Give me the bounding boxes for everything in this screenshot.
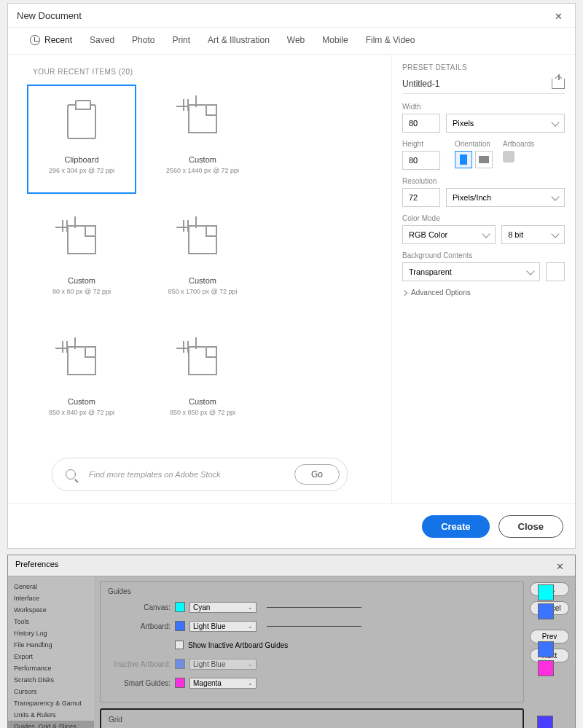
preset-name-input[interactable]: Untitled-1 [402,79,439,89]
preset-card[interactable]: Custom850 x 1700 px @ 72 ppi [148,206,257,315]
show-inactive-checkbox[interactable] [175,641,184,649]
save-preset-icon[interactable] [552,79,565,89]
inactive-color-select: Light Blue⌄ [189,659,257,670]
chevron-right-icon [402,289,407,295]
smart-color-swatch[interactable] [175,678,185,688]
preset-dimensions: 296 x 304 px @ 72 ppi [49,167,114,174]
guides-section: Guides Canvas: Cyan⌄ Artboard: Light Blu… [100,581,524,702]
canvas-color-swatch[interactable] [175,602,185,612]
tab-film[interactable]: Film & Video [366,35,415,45]
canvas-color-select[interactable]: Cyan⌄ [189,602,257,613]
smart-guides-label: Smart Guides: [108,679,171,687]
sidebar-item[interactable]: Units & Rulers [8,709,94,721]
preset-dimensions: 850 x 1700 px @ 72 ppi [168,288,237,295]
recent-icon [30,35,40,45]
inactive-artboard-label: Inactive Artboard: [108,660,171,668]
preset-card[interactable]: Clipboard296 x 304 px @ 72 ppi [27,85,136,194]
go-button[interactable]: Go [294,464,340,485]
canvas-label: Canvas: [108,603,171,611]
artboards-label: Artboards [503,140,534,148]
preset-card[interactable]: Custom80 x 80 px @ 72 ppi [27,206,136,315]
close-icon[interactable] [556,560,568,571]
tab-art[interactable]: Art & Illustration [208,35,270,45]
background-swatch[interactable] [546,262,565,281]
inactive-big-swatch [538,641,554,657]
tab-saved[interactable]: Saved [90,35,114,45]
preset-card[interactable]: Custom2560 x 1440 px @ 72 ppi [148,85,257,194]
tab-mobile[interactable]: Mobile [322,35,348,45]
landscape-icon [479,156,489,163]
close-icon[interactable] [555,9,566,21]
width-unit-select[interactable]: Pixels [446,114,565,133]
preset-details-panel: PRESET DETAILS Untitled-1 Width Pixels H… [391,55,575,503]
smart-color-select[interactable]: Magenta⌄ [189,678,257,689]
color-depth-select[interactable]: 8 bit [501,225,565,244]
tab-recent[interactable]: Recent [30,35,72,45]
clipboard-icon [67,104,96,139]
section-title: Grid [109,716,515,724]
sidebar-item[interactable]: Scratch Disks [8,674,94,686]
canvas-big-swatch[interactable] [538,584,554,600]
chevron-down-icon [526,267,534,275]
sidebar-item[interactable]: History Log [8,627,94,639]
advanced-options-toggle[interactable]: Advanced Options [402,289,565,297]
smart-big-swatch[interactable] [538,660,554,676]
sidebar-item[interactable]: Performance [8,662,94,674]
chevron-down-icon [551,230,559,238]
height-input[interactable] [402,151,440,170]
preset-name: Custom [189,155,216,164]
sidebar-item[interactable]: Interface [8,592,94,604]
document-icon [185,104,220,133]
artboard-label: Artboard: [108,622,171,630]
preset-dimensions: 850 x 840 px @ 72 ppi [49,409,114,416]
tab-print[interactable]: Print [172,35,190,45]
artboard-color-swatch[interactable] [175,621,185,631]
height-label: Height [402,140,445,148]
chevron-down-icon [551,192,559,200]
sidebar-item[interactable]: Transparency & Gamut [8,697,94,709]
document-icon [185,346,220,375]
width-input[interactable] [402,114,440,133]
artboard-line-style[interactable] [267,626,361,627]
orientation-portrait-button[interactable] [455,151,472,168]
sidebar-item[interactable]: Tools [8,616,94,627]
color-mode-label: Color Mode [402,214,565,222]
resolution-input[interactable] [402,188,440,207]
new-document-dialog: New Document Recent Saved Photo Print Ar… [7,3,576,549]
grid-section: Grid Color: Medium Blue⌄ Gridline Every:… [100,708,524,728]
artboard-big-swatch[interactable] [538,603,554,619]
preset-dimensions: 80 x 80 px @ 72 ppi [52,288,111,295]
artboards-checkbox[interactable] [503,151,514,163]
sidebar-item[interactable]: File Handling [8,639,94,651]
resolution-unit-select[interactable]: Pixels/Inch [446,188,565,207]
sidebar-item[interactable]: Cursors [8,686,94,697]
width-label: Width [402,103,565,111]
preset-name: Custom [189,276,216,285]
sidebar-item[interactable]: Workspace [8,604,94,616]
chevron-down-icon [482,230,490,238]
recent-items-header: YOUR RECENT ITEMS (20) [33,68,377,76]
preset-details-header: PRESET DETAILS [402,63,565,71]
sidebar-item[interactable]: Guides, Grid & Slices [8,721,94,728]
create-button[interactable]: Create [422,515,489,538]
artboard-color-select[interactable]: Light Blue⌄ [189,621,257,632]
background-select[interactable]: Transparent [402,262,540,281]
tab-photo[interactable]: Photo [132,35,154,45]
tab-web[interactable]: Web [287,35,305,45]
canvas-line-style[interactable] [267,607,361,608]
category-tabs: Recent Saved Photo Print Art & Illustrat… [8,28,575,55]
document-icon [185,225,220,254]
grid-big-swatch[interactable] [537,716,553,728]
preset-card[interactable]: Custom850 x 850 px @ 72 ppi [148,326,257,436]
orientation-label: Orientation [455,140,493,148]
background-contents-label: Background Contents [402,251,565,259]
sidebar-item[interactable]: Export [8,651,94,662]
color-mode-select[interactable]: RGB Color [402,225,496,244]
preset-name: Clipboard [64,155,98,164]
orientation-landscape-button[interactable] [475,151,493,168]
close-button[interactable]: Close [498,515,563,538]
stock-search[interactable]: Find more templates on Adobe Stock Go [52,458,348,491]
preset-dimensions: 850 x 850 px @ 72 ppi [170,409,235,416]
sidebar-item[interactable]: General [8,581,94,592]
preset-card[interactable]: Custom850 x 840 px @ 72 ppi [27,326,136,436]
